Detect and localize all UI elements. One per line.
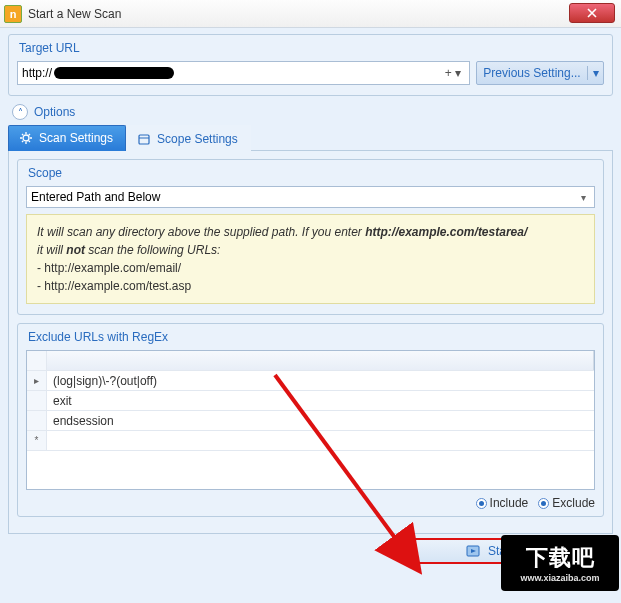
regex-cell-empty[interactable] bbox=[47, 431, 594, 450]
collapse-icon: ˄ bbox=[12, 104, 28, 120]
row-header bbox=[27, 411, 47, 430]
scope-info: It will scan any directory above the sup… bbox=[26, 214, 595, 304]
window-title: Start a New Scan bbox=[28, 7, 121, 21]
row-header bbox=[27, 391, 47, 410]
table-new-row[interactable]: * bbox=[27, 431, 594, 451]
radio-exclude-label: Exclude bbox=[552, 496, 595, 510]
target-url-input-wrap[interactable]: http:// + ▾ bbox=[17, 61, 470, 85]
exclude-title: Exclude URLs with RegEx bbox=[28, 330, 595, 344]
title-bar: n Start a New Scan bbox=[0, 0, 621, 28]
row-header bbox=[27, 351, 47, 370]
url-add-button[interactable]: + ▾ bbox=[441, 66, 465, 80]
play-icon bbox=[466, 544, 480, 558]
options-toggle[interactable]: ˄ Options bbox=[12, 104, 613, 120]
start-scan-button[interactable]: Start Scan bbox=[405, 538, 605, 564]
svg-rect-1 bbox=[139, 135, 149, 144]
chevron-down-icon[interactable]: ▾ bbox=[587, 66, 603, 80]
radio-exclude[interactable]: Exclude bbox=[538, 496, 595, 510]
regex-cell[interactable]: exit bbox=[47, 391, 594, 410]
radio-dot-icon bbox=[476, 498, 487, 509]
scope-title: Scope bbox=[28, 166, 595, 180]
scope-group: Scope Entered Path and Below ▾ It will s… bbox=[17, 159, 604, 315]
table-row[interactable]: endsession bbox=[27, 411, 594, 431]
gear-icon bbox=[19, 131, 33, 145]
exclude-table[interactable]: ▸ (log|sign)\-?(out|off) exit endsession… bbox=[26, 350, 595, 490]
include-exclude-radios: Include Exclude bbox=[26, 496, 595, 510]
info-text: scan the following URLs: bbox=[85, 243, 220, 257]
chevron-down-icon: ▾ bbox=[577, 192, 590, 203]
radio-include-label: Include bbox=[490, 496, 529, 510]
scope-selected: Entered Path and Below bbox=[31, 190, 160, 204]
start-scan-label: Start Scan bbox=[488, 544, 544, 558]
tab-scope-label: Scope Settings bbox=[157, 132, 238, 146]
info-bullet: - http://example.com/email/ bbox=[37, 261, 181, 275]
close-button[interactable] bbox=[569, 3, 615, 23]
previous-settings-label: Previous Setting... bbox=[477, 66, 587, 80]
url-prefix: http:// bbox=[22, 66, 52, 80]
tab-scan-settings[interactable]: Scan Settings bbox=[8, 125, 126, 151]
target-url-group: Target URL http:// + ▾ Previous Setting.… bbox=[8, 34, 613, 96]
exclude-group: Exclude URLs with RegEx ▸ (log|sign)\-?(… bbox=[17, 323, 604, 517]
tab-body: Scope Entered Path and Below ▾ It will s… bbox=[8, 151, 613, 534]
options-label: Options bbox=[34, 105, 75, 119]
watermark-url: www.xiazaiba.com bbox=[520, 573, 599, 583]
table-row[interactable]: ▸ (log|sign)\-?(out|off) bbox=[27, 371, 594, 391]
tab-scope-settings[interactable]: Scope Settings bbox=[126, 125, 251, 151]
info-text: it will bbox=[37, 243, 66, 257]
regex-cell[interactable]: (log|sign)\-?(out|off) bbox=[47, 371, 594, 390]
table-header-row bbox=[27, 351, 594, 371]
table-row[interactable]: exit bbox=[27, 391, 594, 411]
info-not: not bbox=[66, 243, 85, 257]
col-header bbox=[47, 351, 594, 370]
target-url-input[interactable] bbox=[174, 66, 441, 80]
target-url-title: Target URL bbox=[19, 41, 604, 55]
scope-icon bbox=[137, 132, 151, 146]
start-row: Start Scan bbox=[8, 534, 613, 564]
info-url: http://example.com/testarea/ bbox=[365, 225, 527, 239]
app-icon: n bbox=[4, 5, 22, 23]
url-redacted bbox=[54, 67, 174, 79]
previous-settings-button[interactable]: Previous Setting... ▾ bbox=[476, 61, 604, 85]
tab-scan-label: Scan Settings bbox=[39, 131, 113, 145]
info-bullet: - http://example.com/test.asp bbox=[37, 279, 191, 293]
radio-include[interactable]: Include bbox=[476, 496, 529, 510]
close-icon bbox=[587, 8, 597, 18]
row-indicator-icon: ▸ bbox=[27, 371, 47, 390]
tab-bar: Scan Settings Scope Settings bbox=[8, 124, 613, 151]
new-row-icon: * bbox=[27, 431, 47, 450]
radio-dot-icon bbox=[538, 498, 549, 509]
regex-cell[interactable]: endsession bbox=[47, 411, 594, 430]
info-text: It will scan any directory above the sup… bbox=[37, 225, 365, 239]
svg-point-0 bbox=[23, 135, 29, 141]
scope-dropdown[interactable]: Entered Path and Below ▾ bbox=[26, 186, 595, 208]
